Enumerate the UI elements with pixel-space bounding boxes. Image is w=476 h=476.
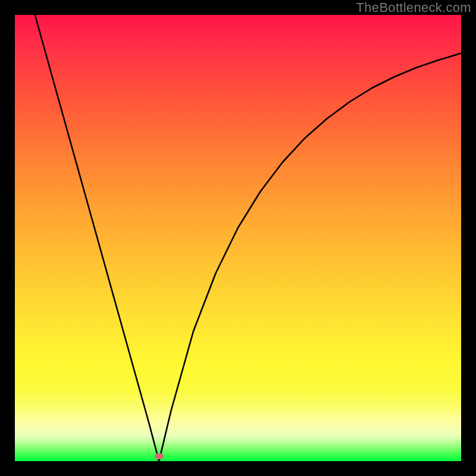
plot-area [15,15,461,461]
chart-container: TheBottleneck.com [0,0,476,476]
bottleneck-curve-path [35,15,461,461]
minimum-marker [155,453,164,459]
watermark-text: TheBottleneck.com [356,0,471,15]
curve-svg [15,15,461,461]
